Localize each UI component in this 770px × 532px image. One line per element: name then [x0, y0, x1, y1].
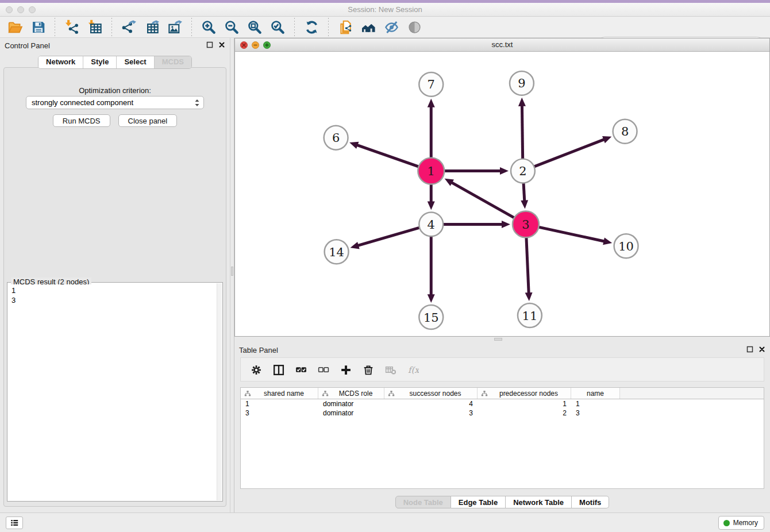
splitter-grip[interactable] [231, 267, 233, 276]
table-panel: Table Panel f(x) shared nameMCDS rolesuc… [234, 342, 770, 512]
table-toolbar: f(x) [240, 357, 764, 381]
column-header-name[interactable]: name [571, 388, 620, 399]
cell-name[interactable]: 1 [571, 399, 620, 408]
close-button[interactable] [6, 6, 13, 13]
criterion-select[interactable]: strongly connected component [26, 96, 204, 109]
network-close-button[interactable] [240, 41, 248, 49]
close-panel-button[interactable]: Close panel [118, 114, 178, 127]
settings-gear-button[interactable] [249, 363, 263, 376]
tab-edge-table[interactable]: Edge Table [451, 496, 506, 508]
select-all-columns-button[interactable] [294, 363, 307, 376]
zoom-out-button[interactable] [220, 17, 243, 37]
import-table-button[interactable] [83, 17, 106, 37]
cell-name[interactable]: 3 [571, 408, 620, 418]
deselect-all-columns-button[interactable] [316, 363, 330, 376]
vertical-splitter[interactable] [230, 38, 234, 512]
cell-MCDS-role[interactable]: dominator [318, 408, 384, 418]
column-header-MCDS-role[interactable]: MCDS role [318, 388, 384, 399]
tab-style[interactable]: Style [83, 56, 116, 68]
tab-network-table[interactable]: Network Table [506, 496, 572, 508]
neighborhood-homes-button[interactable] [357, 17, 380, 37]
column-layout-button[interactable] [271, 363, 285, 376]
edge-arrow-1-2 [500, 167, 509, 175]
list-icon [10, 518, 19, 527]
edge-arrow-3-11 [525, 292, 533, 301]
edge-2-8[interactable] [523, 139, 605, 171]
tab-network[interactable]: Network [38, 56, 83, 68]
cell-shared-name[interactable]: 3 [241, 408, 318, 418]
table-panel-tabs: Node TableEdge TableNetwork TableMotifs [395, 496, 610, 508]
close-panel-icon[interactable] [759, 346, 765, 353]
zoom-fit-button[interactable] [243, 17, 266, 37]
node-label-6: 6 [332, 131, 340, 145]
column-header-successor-nodes[interactable]: successor nodes [384, 388, 478, 399]
toolbar-separator [111, 18, 112, 36]
main-toolbar [0, 17, 770, 38]
close-panel-icon[interactable] [218, 41, 225, 48]
run-mcds-button[interactable]: Run MCDS [53, 114, 110, 127]
zoom-in-button[interactable] [197, 17, 220, 37]
table-header-row: shared nameMCDS rolesuccessor nodesprede… [241, 388, 764, 399]
zoom-selected-button[interactable] [266, 17, 289, 37]
save-session-button[interactable] [26, 17, 49, 37]
cell-successor-nodes[interactable]: 4 [384, 399, 478, 408]
clone-network-icon [338, 20, 353, 35]
zoom-selected-icon [270, 20, 286, 35]
table-panel-title: Table Panel [239, 346, 278, 354]
table-row-1[interactable]: 3dominator323 [241, 408, 764, 418]
main-window-controls[interactable] [6, 6, 36, 13]
edge-arrow-3-10 [603, 238, 612, 245]
main-toolbar-groups [3, 17, 426, 37]
edge-arrow-4-14 [351, 242, 360, 249]
tab-mcds[interactable]: MCDS [154, 56, 191, 68]
add-column-button[interactable] [338, 363, 352, 376]
clone-network-button[interactable] [334, 17, 357, 37]
export-table-button[interactable] [140, 17, 163, 37]
memory-indicator-dot [723, 520, 730, 526]
export-image-button[interactable] [163, 17, 186, 37]
function-builder-button: f(x) [406, 363, 419, 376]
network-canvas[interactable]: 7968124314101511 [235, 52, 769, 336]
cell-shared-name[interactable]: 1 [241, 399, 318, 408]
column-header-predecessor-nodes[interactable]: predecessor nodes [478, 388, 571, 399]
node-label-2: 2 [519, 164, 526, 178]
network-canvas-svg[interactable]: 7968124314101511 [235, 52, 769, 336]
network-minimize-button[interactable] [252, 41, 259, 49]
table-body: 1dominator4113dominator323 [241, 399, 764, 418]
import-network-button[interactable] [60, 17, 83, 37]
maximize-button[interactable] [29, 6, 36, 13]
task-history-button[interactable] [6, 516, 23, 529]
mcds-result-scrollbar[interactable] [217, 283, 222, 500]
memory-button[interactable]: Memory [718, 516, 764, 530]
cell-predecessor-nodes[interactable]: 1 [478, 399, 571, 408]
toolbar-separator [328, 18, 329, 36]
cell-predecessor-nodes[interactable]: 2 [478, 408, 571, 418]
float-panel-icon[interactable] [206, 41, 213, 48]
network-zoom-button[interactable] [263, 41, 271, 49]
hierarchy-icon [388, 390, 395, 397]
column-header-shared-name[interactable]: shared name [241, 388, 318, 399]
node-label-15: 15 [424, 311, 439, 325]
delete-column-icon [362, 364, 374, 376]
delete-column-button[interactable] [361, 363, 375, 376]
tab-select[interactable]: Select [116, 56, 153, 68]
select-all-columns-icon [295, 364, 307, 376]
toolbar-separator [191, 18, 192, 36]
table-row-0[interactable]: 1dominator411 [241, 399, 764, 408]
splitter-grip[interactable] [494, 338, 502, 341]
horizontal-splitter[interactable] [234, 337, 770, 342]
tab-node-table[interactable]: Node Table [395, 496, 451, 508]
open-session-button[interactable] [3, 17, 26, 37]
add-column-icon [340, 364, 352, 376]
mcds-result-text[interactable]: 1 3 [8, 284, 216, 500]
export-network-button[interactable] [117, 17, 140, 37]
statusbar: Memory [0, 512, 770, 532]
cell-MCDS-role[interactable]: dominator [318, 399, 384, 408]
minimize-button[interactable] [17, 6, 24, 13]
cell-successor-nodes[interactable]: 3 [384, 408, 478, 418]
float-panel-icon[interactable] [746, 346, 753, 353]
function-builder-icon: f(x) [407, 364, 419, 376]
toggle-graphics-details-button[interactable] [380, 17, 403, 37]
refresh-layout-button[interactable] [300, 17, 323, 37]
tab-motifs[interactable]: Motifs [572, 496, 609, 508]
